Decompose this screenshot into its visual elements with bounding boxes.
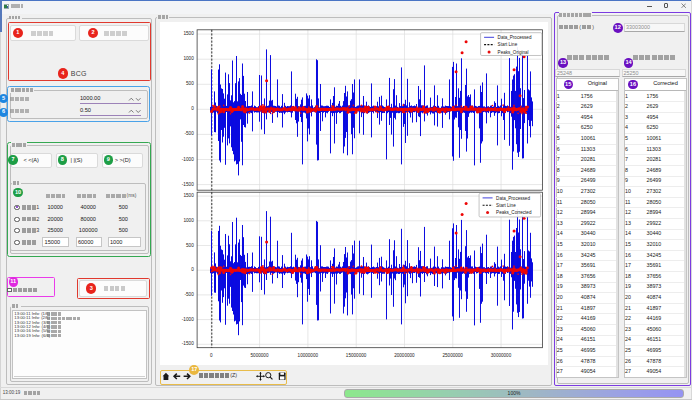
svg-text:Start Line: Start Line (497, 43, 517, 48)
svg-text:Peaks_Original: Peaks_Original (497, 50, 528, 55)
svg-text:Start Line: Start Line (496, 203, 516, 208)
svg-text:Data_Processed: Data_Processed (497, 35, 531, 40)
svg-text:Peaks_Corrected: Peaks_Corrected (496, 210, 532, 215)
svg-text:Data_Processed: Data_Processed (496, 196, 530, 201)
